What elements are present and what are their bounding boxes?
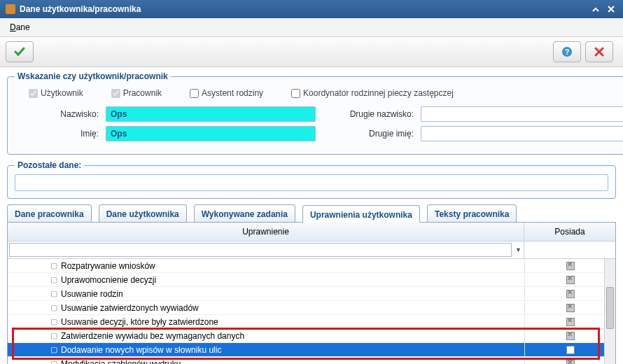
- close-button[interactable]: [605, 3, 617, 15]
- cancel-button[interactable]: [585, 41, 613, 62]
- checkbox-user[interactable]: Użytkownik: [29, 88, 83, 98]
- firstname2-input[interactable]: [421, 126, 623, 141]
- other-fieldset: Pozostałe dane:: [7, 160, 616, 199]
- svg-text:?: ?: [565, 48, 570, 56]
- confirm-button[interactable]: [6, 41, 34, 62]
- file-icon: ▢: [50, 261, 58, 270]
- filter-input[interactable]: [9, 243, 512, 257]
- checkbox-coordinator[interactable]: Koordynator rodzinnej pieczy zastępczej: [291, 88, 454, 98]
- permission-checkbox[interactable]: [566, 360, 575, 365]
- column-uprawnienie[interactable]: Uprawnienie: [8, 223, 524, 241]
- window-title: Dane użytkownika/pracownika: [20, 4, 587, 14]
- tree-row: ▢Rozpatrywanie wniosków: [8, 259, 615, 273]
- tab-uprawnienia-uzytkownika[interactable]: Uprawnienia użytkownika: [302, 205, 420, 223]
- tree-row: ▢Usuwanie rodzin: [8, 287, 615, 301]
- permission-checkbox[interactable]: [566, 304, 575, 312]
- permission-checkbox[interactable]: [566, 276, 575, 284]
- roles-fieldset: Wskazanie czy użytkownik/pracownik Użytk…: [7, 71, 623, 155]
- filter-dropdown-icon[interactable]: ▼: [513, 241, 524, 258]
- surname2-input[interactable]: [421, 106, 623, 122]
- permission-checkbox[interactable]: [566, 262, 575, 270]
- checkbox-assistant[interactable]: Asystent rodziny: [190, 88, 263, 98]
- file-icon: ▢: [50, 317, 58, 326]
- firstname2-label: Drugie imię:: [323, 129, 414, 139]
- file-icon: ▢: [50, 275, 58, 284]
- window-titlebar: Dane użytkownika/pracownika: [0, 0, 623, 18]
- tree-row-selected: ▢Dodawanie nowych wpisów w słowniku ulic: [8, 343, 615, 357]
- file-icon: ▢: [50, 303, 58, 312]
- checkbox-worker[interactable]: Pracownik: [111, 88, 162, 98]
- permissions-tree[interactable]: ▢Rozpatrywanie wniosków ▢Uprawomocnienie…: [8, 259, 615, 364]
- scrollbar[interactable]: [604, 259, 615, 364]
- other-legend: Pozostałe dane:: [15, 160, 84, 170]
- tree-row: ▢Uprawomocnienie decyzji: [8, 273, 615, 287]
- column-posiada[interactable]: Posiada: [524, 223, 615, 241]
- surname2-label: Drugie nazwisko:: [323, 109, 414, 119]
- permission-checkbox[interactable]: [566, 346, 575, 354]
- surname-label: Nazwisko:: [22, 109, 99, 119]
- tab-teksty-pracownika[interactable]: Teksty pracownika: [427, 204, 517, 222]
- toolbar: ?: [0, 37, 623, 67]
- tab-wykonywane-zadania[interactable]: Wykonywane zadania: [194, 204, 295, 222]
- minimize-button[interactable]: [589, 3, 602, 15]
- tab-dane-uzytkownika[interactable]: Dane użytkownika: [99, 204, 187, 222]
- menu-dane[interactable]: Dane: [6, 21, 34, 34]
- permission-checkbox[interactable]: [566, 318, 575, 326]
- firstname-input[interactable]: [106, 126, 316, 141]
- permission-checkbox[interactable]: [566, 290, 575, 298]
- file-icon: ▢: [50, 331, 58, 340]
- firstname-label: Imię:: [22, 129, 99, 139]
- help-button[interactable]: ?: [553, 41, 581, 62]
- permissions-grid: Uprawnienie Posiada ▼ ▢Rozpatrywanie wni…: [7, 223, 616, 364]
- menubar: Dane: [0, 18, 623, 37]
- app-icon: [6, 4, 15, 14]
- surname-input[interactable]: [106, 106, 316, 122]
- tree-row: ▢Usuwanie zatwierdzonych wywiadów: [8, 301, 615, 315]
- file-icon: ▢: [50, 289, 58, 298]
- tabs: Dane pracownika Dane użytkownika Wykonyw…: [7, 204, 616, 223]
- other-input[interactable]: [15, 174, 608, 191]
- file-icon: ▢: [50, 345, 58, 354]
- tree-row: ▢Modyfikacja szablonów wydruku: [8, 357, 615, 364]
- roles-legend: Wskazanie czy użytkownik/pracownik: [15, 71, 171, 81]
- tab-dane-pracownika[interactable]: Dane pracownika: [7, 204, 92, 222]
- tree-row: ▢Usuwanie decyzji, które były zatwierdzo…: [8, 315, 615, 329]
- file-icon: ▢: [50, 359, 58, 364]
- permission-checkbox[interactable]: [566, 332, 575, 340]
- tree-row: ▢Zatwierdzenie wywiadu bez wymaganych da…: [8, 329, 615, 343]
